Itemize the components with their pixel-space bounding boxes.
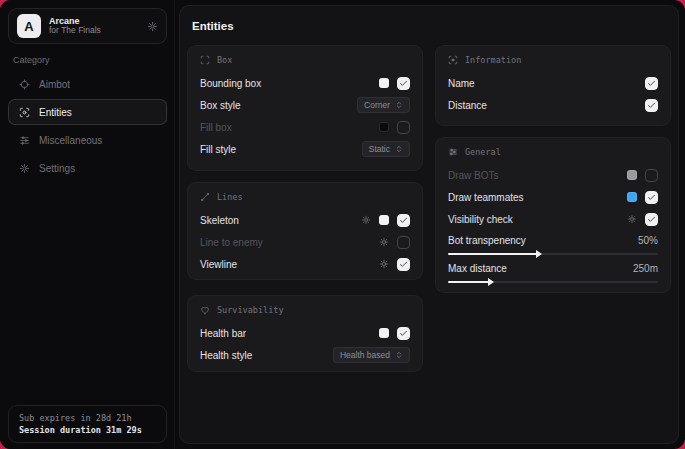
setting-label: Health bar: [200, 328, 246, 339]
card-general-header: General: [448, 147, 658, 157]
line-to-enemy-checkbox[interactable]: [397, 236, 410, 249]
setting-label: Bounding box: [200, 78, 261, 89]
sidebar-item-aimbot[interactable]: Aimbot: [8, 71, 167, 97]
entities-scan-icon: [19, 107, 30, 118]
health-bar-checkbox[interactable]: [397, 327, 410, 340]
setting-label: Visibility check: [448, 214, 513, 225]
setting-row-box-style: Box style Corner: [200, 94, 410, 116]
box-corners-icon: [200, 55, 210, 65]
card-title: Lines: [217, 192, 243, 202]
color-swatch[interactable]: [627, 192, 637, 202]
gear-icon[interactable]: [147, 21, 158, 32]
skeleton-checkbox[interactable]: [397, 214, 410, 227]
page-title: Entities: [192, 20, 234, 32]
card-information-header: Information: [448, 55, 658, 65]
sidebar-nav: Aimbot Entities Miscellaneous Settings: [8, 71, 167, 181]
slider-value: 250m: [633, 263, 658, 274]
setting-row-draw-bots: Draw BOTs: [448, 164, 658, 186]
sidebar-item-entities[interactable]: Entities: [8, 99, 167, 125]
sliders-icon: [448, 147, 458, 157]
health-style-dropdown[interactable]: Health based: [333, 347, 410, 363]
box-style-dropdown[interactable]: Corner: [357, 97, 410, 113]
app-subtitle: for The Finals: [49, 26, 139, 36]
setting-row-line-to-enemy: Line to enemy: [200, 231, 410, 253]
setting-row-name: Name: [448, 72, 658, 94]
sidebar-item-label: Entities: [39, 107, 72, 118]
setting-label: Distance: [448, 100, 487, 111]
setting-label: Skeleton: [200, 215, 239, 226]
setting-label: Draw BOTs: [448, 170, 499, 181]
card-survivability: Survivability Health bar Health style He…: [187, 295, 423, 372]
slider-fill: [448, 253, 538, 255]
dropdown-value: Corner: [364, 100, 390, 110]
app-header-card: A Arcane for The Finals: [8, 8, 167, 44]
gear-icon: [19, 163, 30, 174]
sidebar-item-label: Miscellaneous: [39, 135, 102, 146]
sidebar-item-label: Settings: [39, 163, 75, 174]
dropdown-value: Health based: [340, 350, 390, 360]
setting-row-distance: Distance: [448, 94, 658, 116]
chevrons-up-down-icon: [395, 101, 403, 109]
visibility-check-checkbox[interactable]: [645, 213, 658, 226]
gear-icon[interactable]: [379, 237, 389, 247]
setting-row-fill-box: Fill box: [200, 116, 410, 138]
card-title: Information: [465, 55, 521, 65]
sidebar-item-settings[interactable]: Settings: [8, 155, 167, 181]
chevrons-up-down-icon: [395, 351, 403, 359]
sidebar-item-miscellaneous[interactable]: Miscellaneous: [8, 127, 167, 153]
sidebar-item-label: Aimbot: [39, 79, 70, 90]
card-title: Box: [217, 55, 232, 65]
color-swatch[interactable]: [379, 78, 389, 88]
viewline-checkbox[interactable]: [397, 258, 410, 271]
setting-row-bounding-box: Bounding box: [200, 72, 410, 94]
gear-icon[interactable]: [379, 259, 389, 269]
setting-label: Fill style: [200, 144, 236, 155]
slider-thumb[interactable]: [488, 278, 494, 286]
slider-fill: [448, 281, 490, 283]
distance-checkbox[interactable]: [645, 99, 658, 112]
setting-row-bot-transpenency: Bot transpenency 50%: [448, 233, 658, 255]
name-checkbox[interactable]: [645, 77, 658, 90]
color-swatch[interactable]: [627, 170, 637, 180]
setting-label: Bot transpenency: [448, 235, 526, 246]
dropdown-value: Static: [369, 144, 390, 154]
color-swatch[interactable]: [379, 328, 389, 338]
slider-value: 50%: [638, 235, 658, 246]
app-window: A Arcane for The Finals Category Aimbot: [0, 0, 685, 449]
diagonal-line-icon: [200, 192, 210, 202]
sub-expiry-text: Sub expires in 28d 21h: [19, 413, 156, 423]
color-swatch[interactable]: [379, 122, 389, 132]
setting-row-draw-teammates: Draw teammates: [448, 186, 658, 208]
crosshair-icon: [19, 79, 30, 90]
card-box: Box Bounding box Box style Corner Fill b…: [187, 45, 423, 171]
slider-thumb[interactable]: [536, 250, 542, 258]
bot-transpenency-slider[interactable]: [448, 253, 658, 255]
sliders-icon: [19, 135, 30, 146]
category-label: Category: [13, 55, 50, 65]
fill-style-dropdown[interactable]: Static: [362, 141, 410, 157]
max-distance-slider[interactable]: [448, 281, 658, 283]
setting-label: Box style: [200, 100, 241, 111]
draw-bots-checkbox[interactable]: [645, 169, 658, 182]
color-swatch[interactable]: [379, 215, 389, 225]
draw-teammates-checkbox[interactable]: [645, 191, 658, 204]
sidebar: A Arcane for The Finals Category Aimbot: [0, 0, 175, 449]
setting-row-fill-style: Fill style Static: [200, 138, 410, 160]
card-title: General: [465, 147, 501, 157]
setting-label: Viewline: [200, 259, 237, 270]
card-lines-header: Lines: [200, 192, 410, 202]
main-panel: Entities Box Bounding box Box style Corn…: [179, 5, 679, 444]
setting-label: Health style: [200, 350, 252, 361]
setting-row-health-style: Health style Health based: [200, 344, 410, 366]
heart-icon: [200, 305, 210, 315]
app-titles: Arcane for The Finals: [49, 16, 139, 36]
session-duration-text: Session duration 31m 29s: [19, 425, 156, 435]
bounding-box-checkbox[interactable]: [397, 77, 410, 90]
setting-row-skeleton: Skeleton: [200, 209, 410, 231]
chevrons-up-down-icon: [395, 145, 403, 153]
setting-label: Max distance: [448, 263, 507, 274]
card-general: General Draw BOTs Draw teammates Visibil…: [435, 137, 671, 293]
fill-box-checkbox[interactable]: [397, 121, 410, 134]
gear-icon[interactable]: [627, 214, 637, 224]
gear-icon[interactable]: [361, 215, 371, 225]
